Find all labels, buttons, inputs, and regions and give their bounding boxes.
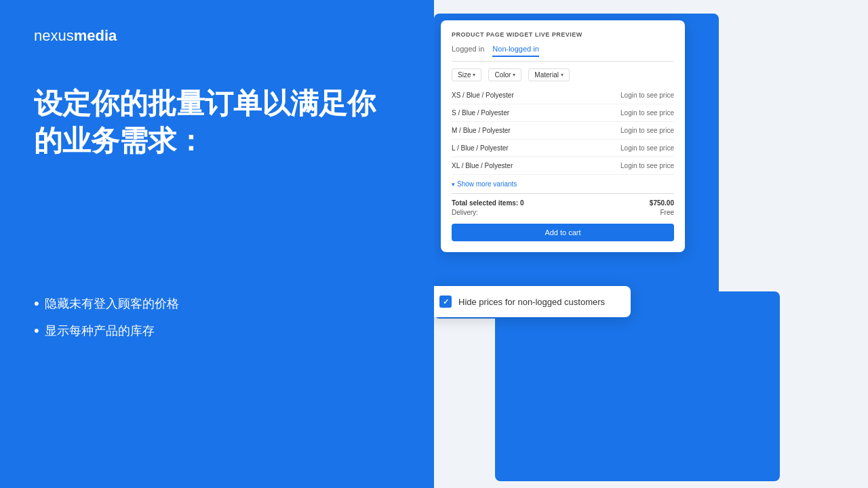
variant-row-3: M / Blue / Polyester Login to see price <box>452 122 674 140</box>
bullet-list: 隐藏未有登入顾客的价格 显示每种产品的库存 <box>34 295 400 340</box>
checkbox-label-1: Hide prices for non-logged customers <box>458 297 605 307</box>
hero-title: 设定你的批量订单以满足你的业务需求： <box>34 85 400 159</box>
widget-card-1: PRODUCT PAGE WIDGET LIVE PREVIEW Logged … <box>441 20 685 252</box>
show-more-variants-1[interactable]: Show more variants <box>452 180 674 188</box>
filter-row-1: Size Color Material <box>452 68 674 81</box>
logo-prefix: nexus <box>34 27 74 44</box>
size-filter[interactable]: Size <box>452 68 481 81</box>
login-tabs: Logged in Non-logged in <box>452 45 674 62</box>
blue-accent-bg-2 <box>495 291 780 481</box>
delivery-row-1: Delivery: Free <box>452 209 674 216</box>
checkbox-icon-1[interactable] <box>439 296 452 308</box>
checkbox-card-1: Hide prices for non-logged customers <box>434 286 631 317</box>
variant-row-2: S / Blue / Polyester Login to see price <box>452 104 674 122</box>
variant-row-1: XS / Blue / Polyester Login to see price <box>452 87 674 104</box>
add-to-cart-btn-1[interactable]: Add to cart <box>452 224 674 241</box>
bullet-item-2: 显示每种产品的库存 <box>34 322 400 340</box>
tab-nonloggedin[interactable]: Non-logged in <box>492 45 539 57</box>
logo: nexusmedia <box>34 27 400 45</box>
bullet-item-1: 隐藏未有登入顾客的价格 <box>34 295 400 312</box>
widget1-title: PRODUCT PAGE WIDGET LIVE PREVIEW <box>452 31 674 38</box>
left-panel: nexusmedia 设定你的批量订单以满足你的业务需求： 隐藏未有登入顾客的价… <box>0 0 434 488</box>
logo-suffix: media <box>74 27 117 44</box>
color-filter[interactable]: Color <box>488 68 521 81</box>
total-section-1: Total selected items: 0 $750.00 Delivery… <box>452 193 674 241</box>
variant-row-4: L / Blue / Polyester Login to see price <box>452 140 674 157</box>
variant-row-5: XL / Blue / Polyester Login to see price <box>452 157 674 175</box>
total-row-1: Total selected items: 0 $750.00 <box>452 199 674 207</box>
tab-loggedin[interactable]: Logged in <box>452 45 484 57</box>
material-filter[interactable]: Material <box>528 68 570 81</box>
right-panel: PRODUCT PAGE WIDGET LIVE PREVIEW Logged … <box>434 0 868 488</box>
